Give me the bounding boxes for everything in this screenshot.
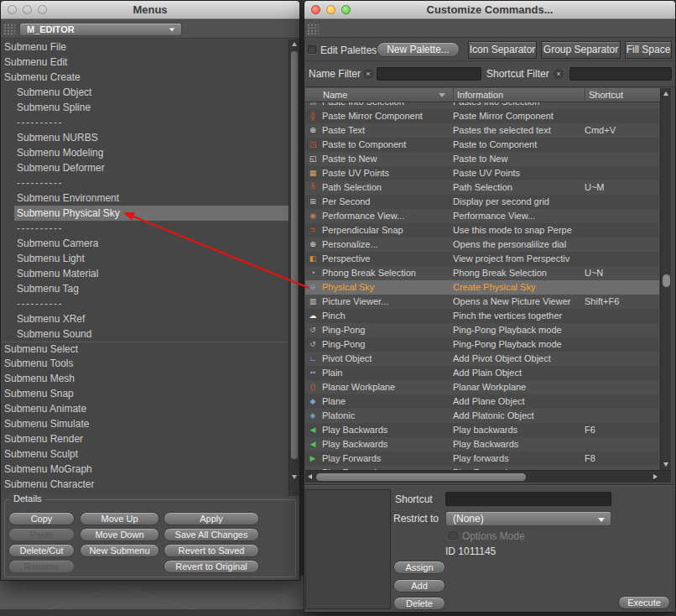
command-row[interactable]: ↺ Ping-Pong Ping-Pong Playback mode: [305, 337, 659, 352]
tree-item[interactable]: Submenu Spline: [14, 100, 289, 115]
command-row[interactable]: ╬ Paste Mirror Component Paste Mirror Co…: [305, 109, 659, 123]
move-down-button[interactable]: Move Down: [80, 528, 159, 541]
edit-palettes-checkbox[interactable]: [308, 45, 316, 54]
command-row[interactable]: ⊖ Physical Sky Create Physical Sky: [305, 280, 659, 295]
column-divider[interactable]: [453, 88, 454, 102]
command-row[interactable]: ⊞ Per Second Display per second grid: [305, 195, 659, 209]
column-header-shortcut[interactable]: Shortcut: [589, 88, 623, 102]
tree-item[interactable]: Submenu Physical Sky: [14, 206, 289, 221]
scroll-down-icon[interactable]: [663, 462, 668, 467]
tree-item[interactable]: Submenu Edit: [2, 55, 289, 70]
tree-item[interactable]: Submenu File: [2, 39, 289, 55]
group-separator-button[interactable]: Group Separator: [541, 41, 621, 59]
scroll-right-icon[interactable]: [653, 474, 658, 479]
apply-button[interactable]: Apply: [164, 512, 259, 525]
command-row[interactable]: ☁ Pinch Pinch the vertices together: [305, 309, 659, 323]
tree-item[interactable]: ----------: [14, 175, 289, 191]
menu-context-dropdown[interactable]: M_EDITOR: [19, 23, 182, 36]
save-all-changes-button[interactable]: Save All Changes: [164, 528, 259, 541]
tree-item[interactable]: Submenu Create: [2, 70, 289, 85]
clear-name-filter-icon[interactable]: ×: [363, 69, 373, 79]
fill-space-button[interactable]: Fill Space: [625, 41, 672, 59]
command-row[interactable]: ◈ Platonic Add Platonic Object: [305, 409, 659, 423]
scrollbar-thumb[interactable]: [663, 274, 670, 287]
add-button[interactable]: Add: [393, 579, 445, 593]
copy-button[interactable]: Copy: [8, 512, 75, 525]
tree-item[interactable]: Submenu Camera: [14, 236, 289, 251]
icon-separator-button[interactable]: Icon Separator: [468, 41, 537, 59]
command-row[interactable]: •• Plain Add Plain Object: [305, 366, 659, 380]
delete-cut-button[interactable]: Delete/Cut: [8, 544, 75, 557]
scroll-down-icon[interactable]: [292, 475, 297, 479]
tree-item[interactable]: Submenu Mesh: [2, 371, 289, 386]
tree-item[interactable]: Submenu Animate: [2, 401, 289, 416]
tree-item[interactable]: Submenu Object: [14, 85, 289, 100]
table-horizontal-scrollbar[interactable]: [305, 470, 671, 483]
command-row[interactable]: ◀ Play Backwards Play backwards F6: [305, 423, 659, 437]
command-row[interactable]: ◔ Phong Break Selection Phong Break Sele…: [305, 266, 659, 280]
zoom-window-icon[interactable]: [341, 5, 351, 14]
command-row[interactable]: ⊛ Personalize... Opens the personalilize…: [305, 238, 659, 252]
revert-to-original-button[interactable]: Revert to Original: [164, 560, 259, 573]
tree-item[interactable]: Submenu Select: [2, 342, 289, 356]
tree-item[interactable]: Submenu NURBS: [14, 130, 289, 145]
move-up-button[interactable]: Move Up: [80, 512, 159, 525]
tree-item[interactable]: Submenu Character: [2, 477, 289, 492]
table-vertical-scrollbar[interactable]: [660, 88, 671, 470]
column-header-information[interactable]: Information: [457, 88, 503, 102]
tree-item[interactable]: Submenu Sculpt: [2, 446, 289, 462]
command-row[interactable]: ⊛ Paste Text Pastes the selected text Cm…: [305, 123, 659, 138]
tree-item[interactable]: Submenu Light: [14, 251, 289, 266]
execute-button[interactable]: Execute: [618, 596, 670, 609]
command-row[interactable]: ↺ Ping-Pong Ping-Pong Playback mode: [305, 323, 659, 337]
scroll-left-icon[interactable]: [308, 474, 312, 479]
column-divider[interactable]: [585, 88, 585, 102]
tree-item[interactable]: Submenu Environment: [14, 191, 289, 206]
scrollbar-thumb[interactable]: [316, 473, 526, 481]
command-row[interactable]: ▶ Play Forwards Play forwards F8: [305, 452, 659, 466]
tree-item[interactable]: Submenu Snap: [2, 386, 289, 401]
restrict-to-dropdown[interactable]: (None): [445, 511, 611, 526]
command-row[interactable]: ◳ Paste to Component Paste to Component: [305, 138, 659, 152]
tree-scrollbar[interactable]: [289, 39, 299, 496]
tree-item[interactable]: ----------: [14, 221, 289, 236]
tree-item[interactable]: Submenu Deformer: [14, 160, 289, 175]
command-row[interactable]: ◱ Paste to New Paste to New: [305, 152, 659, 166]
revert-to-saved-button[interactable]: Revert to Saved: [164, 544, 259, 557]
scroll-up-icon[interactable]: [292, 42, 297, 46]
command-row[interactable]: ∟ Pivot Object Add Pivot Object Object: [305, 352, 659, 366]
command-row[interactable]: ▦ Paste UV Points Paste UV Points: [305, 166, 659, 180]
tree-item[interactable]: ----------: [14, 296, 289, 311]
tree-item[interactable]: Submenu Modeling: [14, 145, 289, 160]
tree-item[interactable]: Submenu Material: [14, 266, 289, 281]
tree-item[interactable]: Submenu Sound: [14, 326, 289, 342]
shortcut-filter-input[interactable]: [569, 67, 672, 81]
command-row[interactable]: ▥ Picture Viewer... Opens a New Picture …: [305, 295, 659, 309]
column-header-name[interactable]: Name: [323, 88, 347, 102]
shortcut-input[interactable]: [445, 492, 611, 506]
close-window-icon[interactable]: [311, 5, 320, 14]
name-filter-input[interactable]: [377, 67, 481, 81]
command-row[interactable]: ╚ Path Selection Path Selection U~M: [305, 180, 659, 195]
delete-button[interactable]: Delete: [393, 597, 445, 610]
drag-handle-icon[interactable]: [3, 23, 15, 35]
command-row[interactable]: ◧ Perspective View project from Perspect…: [305, 252, 659, 266]
assign-button[interactable]: Assign: [393, 561, 445, 574]
minimize-window-icon[interactable]: [23, 5, 32, 14]
tree-item[interactable]: Submenu Tag: [14, 281, 289, 296]
tree-item[interactable]: Submenu Tools: [2, 356, 289, 371]
drag-handle-icon[interactable]: [307, 23, 319, 35]
command-row[interactable]: ⊃ Perpendicular Snap Use this mode to sn…: [305, 223, 659, 238]
minimize-window-icon[interactable]: [326, 5, 335, 14]
tree-item[interactable]: Submenu MoGraph: [2, 462, 289, 477]
command-row[interactable]: ◉ Performance View... Performance View..…: [305, 209, 659, 223]
tree-item[interactable]: Submenu Simulate: [2, 416, 289, 431]
scrollbar-thumb[interactable]: [291, 51, 298, 459]
menus-titlebar[interactable]: Menus: [1, 1, 299, 19]
tree-item[interactable]: Submenu Render: [2, 431, 289, 446]
close-window-icon[interactable]: [8, 5, 17, 14]
zoom-window-icon[interactable]: [38, 5, 47, 14]
tree-item[interactable]: ----------: [14, 115, 289, 130]
command-row[interactable]: () Planar Workplane Planar Workplane: [305, 380, 659, 394]
command-row[interactable]: ▤ Paste Into Selection Pastes Into Selec…: [305, 102, 659, 109]
